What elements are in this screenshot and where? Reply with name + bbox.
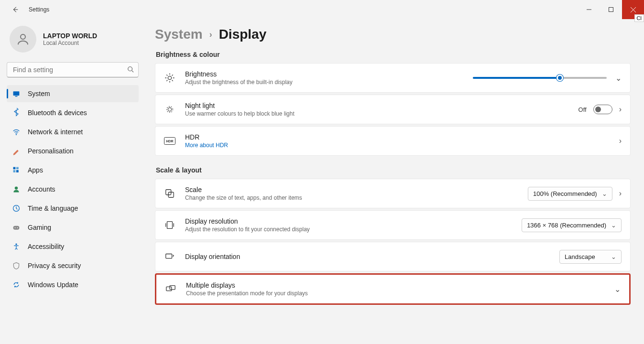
window-title: Settings <box>29 6 49 13</box>
row-hdr[interactable]: HDR HDR More about HDR › <box>155 126 631 156</box>
breadcrumb: System › Display <box>155 27 631 42</box>
scale-dropdown[interactable]: 100% (Recommended)⌄ <box>528 187 612 201</box>
update-icon <box>12 281 20 289</box>
svg-rect-1 <box>609 8 613 12</box>
close-button[interactable]: Cl <box>622 0 644 19</box>
brightness-slider[interactable] <box>473 77 607 79</box>
orientation-icon <box>164 251 175 262</box>
night-light-sub: Use warmer colours to help block blue li… <box>185 110 569 117</box>
orientation-title: Display orientation <box>185 253 550 260</box>
sidebar-item-label: System <box>28 90 50 97</box>
svg-point-9 <box>16 134 17 135</box>
hdr-title: HDR <box>185 133 610 141</box>
svg-text:HDR: HDR <box>166 140 173 143</box>
orientation-dropdown[interactable]: Landscape⌄ <box>559 250 622 264</box>
titlebar: Settings Cl <box>0 0 644 19</box>
night-light-toggle[interactable] <box>593 105 612 114</box>
sidebar-item-bluetooth-devices[interactable]: Bluetooth & devices <box>7 104 139 121</box>
sidebar-item-label: Windows Update <box>28 281 78 289</box>
accessibility-icon <box>12 243 20 250</box>
chevron-right-icon[interactable]: › <box>619 137 622 145</box>
chevron-right-icon[interactable]: › <box>619 105 622 114</box>
sidebar-item-label: Accessibility <box>28 243 64 250</box>
multiple-title: Multiple displays <box>186 281 605 289</box>
svg-rect-12 <box>13 170 16 172</box>
sidebar-item-personalisation[interactable]: Personalisation <box>7 142 139 160</box>
scale-icon <box>164 188 175 199</box>
avatar <box>10 26 36 53</box>
svg-rect-8 <box>15 96 18 97</box>
back-button[interactable] <box>9 3 22 16</box>
system-icon <box>12 90 20 97</box>
svg-line-25 <box>167 75 167 75</box>
search-icon <box>127 66 134 75</box>
svg-point-20 <box>168 76 171 79</box>
sidebar-item-label: Bluetooth & devices <box>28 109 87 117</box>
user-sub: Local Account <box>43 40 97 46</box>
sidebar-item-accessibility[interactable]: Accessibility <box>7 238 139 255</box>
breadcrumb-parent[interactable]: System <box>155 27 203 42</box>
resolution-icon <box>164 220 175 230</box>
svg-rect-38 <box>166 254 172 258</box>
night-light-title: Night light <box>185 102 569 109</box>
sidebar-item-gaming[interactable]: Gaming <box>7 219 139 236</box>
toggle-label: Off <box>579 106 587 113</box>
svg-point-5 <box>128 67 132 71</box>
multiple-displays-icon <box>165 284 176 294</box>
brightness-sub: Adjust the brightness of the built-in di… <box>185 79 463 86</box>
brightness-icon <box>164 73 175 83</box>
close-tooltip: Cl <box>634 14 644 22</box>
gaming-icon <box>12 224 20 231</box>
resolution-dropdown[interactable]: 1366 × 768 (Recommended)⌄ <box>522 218 622 232</box>
row-multiple-displays[interactable]: Multiple displays Choose the presentatio… <box>155 273 631 305</box>
privacy-icon <box>12 262 20 269</box>
chevron-right-icon[interactable]: › <box>619 189 622 198</box>
svg-rect-16 <box>13 226 20 230</box>
user-name: LAPTOP WORLD <box>43 32 97 40</box>
window-controls: Cl <box>578 0 644 19</box>
wifi-icon <box>12 128 20 136</box>
row-orientation[interactable]: Display orientation Landscape⌄ <box>155 242 631 271</box>
minimize-button[interactable] <box>578 0 600 19</box>
sidebar-item-privacy-security[interactable]: Privacy & security <box>7 257 139 274</box>
user-card[interactable]: LAPTOP WORLD Local Account <box>7 26 139 53</box>
sidebar-item-accounts[interactable]: Accounts <box>7 181 139 198</box>
sidebar-item-network-internet[interactable]: Network & internet <box>7 123 139 140</box>
svg-point-19 <box>15 244 17 245</box>
scale-title: Scale <box>185 186 518 194</box>
search-box[interactable] <box>7 62 139 77</box>
bluetooth-icon <box>12 109 20 117</box>
svg-rect-13 <box>16 170 19 172</box>
night-light-icon <box>164 104 175 115</box>
svg-point-17 <box>15 227 16 228</box>
svg-point-18 <box>17 227 18 228</box>
svg-line-6 <box>132 71 134 73</box>
chevron-down-icon[interactable]: ⌄ <box>614 285 621 294</box>
chevron-down-icon[interactable]: ⌄ <box>615 74 622 83</box>
hdr-link[interactable]: More about HDR <box>185 142 610 149</box>
chevron-right-icon: › <box>209 30 212 40</box>
svg-line-27 <box>167 80 167 81</box>
personalize-icon <box>12 147 20 155</box>
svg-rect-35 <box>167 222 173 229</box>
svg-rect-40 <box>170 286 175 290</box>
search-input[interactable] <box>7 62 139 77</box>
sidebar-item-time-language[interactable]: Time & language <box>7 200 139 217</box>
row-scale[interactable]: Scale Change the size of text, apps, and… <box>155 179 631 208</box>
svg-point-30 <box>167 107 173 113</box>
sidebar-item-apps[interactable]: Apps <box>7 161 139 179</box>
sidebar-item-windows-update[interactable]: Windows Update <box>7 276 139 293</box>
row-night-light[interactable]: Night light Use warmer colours to help b… <box>155 95 631 124</box>
section-brightness-colour: Brightness & colour <box>156 51 631 58</box>
resolution-title: Display resolution <box>185 217 512 225</box>
row-brightness[interactable]: Brightness Adjust the brightness of the … <box>155 63 631 93</box>
svg-line-26 <box>172 80 173 81</box>
row-resolution[interactable]: Display resolution Adjust the resolution… <box>155 210 631 240</box>
sidebar-item-label: Privacy & security <box>28 262 81 269</box>
sidebar-item-label: Time & language <box>28 204 78 212</box>
nav-list: SystemBluetooth & devicesNetwork & inter… <box>7 85 139 293</box>
time-icon <box>12 204 20 212</box>
multiple-sub: Choose the presentation mode for your di… <box>186 290 605 297</box>
maximize-button[interactable] <box>600 0 622 19</box>
sidebar-item-system[interactable]: System <box>7 85 139 102</box>
